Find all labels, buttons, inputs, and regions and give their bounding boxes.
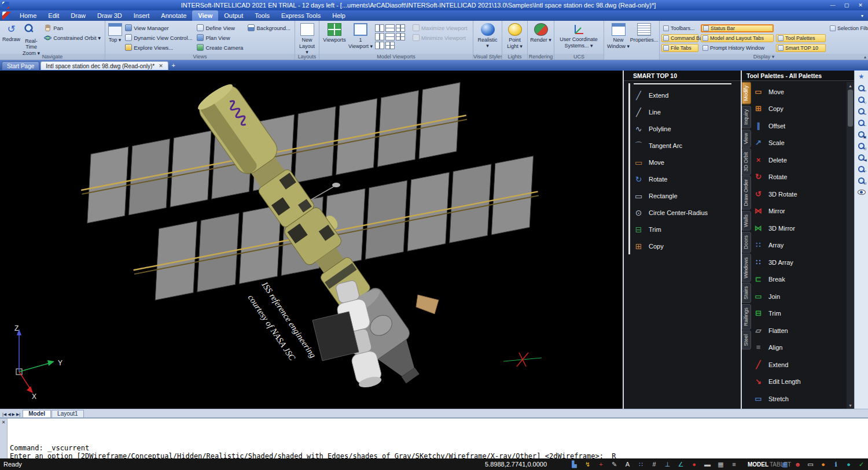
ortho-icon[interactable]: ⊥ — [663, 460, 672, 469]
background-button[interactable]: Background... — [247, 23, 292, 32]
ribbon-collapse-icon[interactable]: ▴ — [864, 54, 866, 60]
viewport-3l-button[interactable] — [375, 33, 384, 40]
zoom-extents-icon[interactable]: ⊡ — [856, 176, 867, 186]
new-document-tab-button[interactable]: + — [170, 61, 178, 69]
tool-palettes-toggle[interactable]: Tool Palettes — [776, 34, 826, 42]
minimize-button[interactable]: — — [827, 1, 838, 9]
layout-nav-arrow-icon[interactable]: ◀ — [8, 412, 10, 417]
smart-tool-item[interactable]: ⊟ Trim — [634, 221, 738, 238]
polar-icon[interactable]: ∠ — [676, 460, 685, 469]
ucs-button[interactable]: User Coordinate Systems... ▾ — [556, 23, 601, 54]
active-document-tab[interactable]: Intl space station dec 98.dwg (Read-only… — [41, 61, 168, 70]
maximize-button[interactable]: ▢ — [841, 1, 852, 9]
menu-tab[interactable]: Output — [218, 10, 249, 21]
network-icon[interactable]: ● — [819, 460, 827, 469]
status-bar-toggle[interactable]: Status Bar — [701, 24, 774, 32]
palette-tab[interactable]: Doors — [742, 232, 751, 253]
palette-tool-item[interactable]: ▭ Move — [753, 83, 845, 101]
realtime-zoom-button[interactable]: Real-Time Zoom ▾ — [21, 23, 42, 54]
smart-tool-item[interactable]: ⌒ Tangent Arc — [634, 137, 738, 154]
new-window-button[interactable]: New Window ▾ — [606, 23, 631, 54]
palette-tool-item[interactable]: × Delete — [753, 151, 845, 169]
record-icon[interactable]: ● — [690, 460, 698, 469]
palette-tab[interactable]: Railings — [742, 304, 751, 330]
grid-icon[interactable]: # — [650, 460, 659, 469]
selection-filter-button[interactable]: Selection Filter — [828, 24, 868, 32]
menu-overflow-icon[interactable]: ▾ — [858, 10, 867, 21]
palette-tool-item[interactable]: ▭ Stretch — [753, 390, 845, 408]
palette-tool-item[interactable]: ∷ Array — [753, 237, 845, 254]
palette-tool-item[interactable]: ⊞ Copy — [753, 101, 845, 118]
crosshair-icon[interactable]: + — [597, 460, 605, 469]
display-grid-icon[interactable]: ▦ — [781, 460, 789, 469]
create-camera-button[interactable]: Create Camera — [196, 43, 244, 52]
info-icon[interactable]: ℹ — [832, 460, 840, 469]
palette-tool-item[interactable]: ↻ Rotate — [753, 169, 845, 186]
palette-tool-item[interactable]: ↗ Scale — [753, 135, 845, 152]
visual-style-eye-button[interactable] — [856, 187, 867, 197]
view-manager-button[interactable]: View Manager — [124, 23, 193, 32]
smart-tool-item[interactable]: ╱ Extend — [634, 87, 738, 103]
viewport-3b-button[interactable] — [375, 42, 384, 49]
constrained-orbit-button[interactable]: Constrained Orbit ▾ — [43, 33, 102, 42]
layout-nav-arrow-icon[interactable]: ▶ — [12, 412, 15, 417]
menu-tab[interactable]: Insert — [128, 10, 156, 21]
define-view-button[interactable]: Define View — [196, 23, 244, 32]
zoom-window-icon[interactable]: ▭ — [856, 83, 867, 93]
annotation-icon[interactable]: A — [623, 460, 632, 469]
menu-tab[interactable]: Draw 3D — [91, 10, 128, 21]
palette-tool-item[interactable]: ∥ Offset — [753, 117, 845, 135]
redraw-button[interactable]: ↺ Redraw — [2, 23, 21, 54]
palette-tool-item[interactable]: ▱ Flatten — [753, 322, 845, 339]
smart-tool-item[interactable]: ▭ Rectangle — [634, 187, 738, 204]
layout-nav-arrow-icon[interactable]: ▶| — [16, 412, 20, 417]
smart-tool-item[interactable]: ⊞ Copy — [634, 238, 738, 254]
smart-tool-item[interactable]: ∿ Polyline — [634, 120, 738, 137]
palette-tab[interactable]: Inquiry — [742, 106, 751, 128]
palette-tool-item[interactable]: ↺ 3D Rotate — [753, 186, 845, 203]
smart-tool-item[interactable]: ↻ Rotate — [634, 171, 738, 187]
properties-button[interactable]: Properties... — [631, 23, 657, 54]
smart-top10-toggle[interactable]: Smart TOP 10 — [776, 44, 826, 52]
command-close-icon[interactable]: ✕ — [2, 420, 6, 425]
palette-tab[interactable]: Draw Order — [742, 176, 751, 210]
palette-tool-item[interactable]: ▭ Join — [753, 288, 845, 305]
explore-views-button[interactable]: Explore Views... — [124, 43, 193, 52]
performance-icon[interactable]: ▙ — [570, 460, 579, 469]
palette-tool-item[interactable]: ⊟ Trim — [753, 305, 845, 323]
model-viewport[interactable]: ISS reference engineering courtesy of NA… — [0, 71, 623, 409]
menu-tab[interactable]: Home — [14, 10, 42, 21]
app-menu-icon[interactable] — [2, 12, 10, 20]
menu-tab[interactable]: Edit — [42, 10, 65, 21]
new-layout-button[interactable]: New Layout ▾ — [297, 23, 317, 54]
viewports-button[interactable]: Viewports — [321, 23, 348, 54]
dynamic-ucs-icon[interactable]: ≡ — [730, 460, 738, 469]
viewport-3r-button[interactable] — [385, 33, 395, 40]
scroll-up-icon[interactable]: ▲ — [848, 82, 852, 89]
zoom-left-icon[interactable]: ◀ — [856, 153, 867, 162]
palette-tool-item[interactable]: ⋈ 3D Mirror — [753, 220, 845, 237]
smart-tool-item[interactable]: ╱ Line — [634, 103, 738, 120]
messages-icon[interactable]: ● — [844, 460, 853, 469]
scroll-down-icon[interactable]: ▼ — [848, 402, 852, 409]
menu-tab[interactable]: Annotate — [155, 10, 192, 21]
menu-tab[interactable]: Express Tools — [275, 10, 326, 21]
top-view-button[interactable]: Top ▾ — [107, 23, 123, 54]
zoom-all-icon[interactable]: ▣ — [856, 129, 867, 139]
close-button[interactable]: ✕ — [855, 1, 866, 9]
lineweight-icon[interactable]: ▬ — [703, 460, 712, 469]
user-icon[interactable]: ☻ — [793, 460, 802, 469]
pan-button[interactable]: Pan — [43, 23, 102, 32]
zoom-previous-icon[interactable]: ↶ — [856, 164, 867, 174]
prompt-history-toggle[interactable]: Prompt History Window — [701, 44, 774, 52]
command-history[interactable]: Command: _vscurrentEnter an option [2DWi… — [8, 419, 868, 458]
palette-tool-item[interactable]: ⊏ Break — [753, 271, 845, 288]
palette-tool-item[interactable]: ∷ 3D Array — [753, 254, 845, 271]
layout-nav-arrow-icon[interactable]: |◀ — [2, 412, 6, 417]
viewport-4-button[interactable] — [396, 24, 405, 32]
palette-tab[interactable]: 3D Orbit — [742, 149, 751, 175]
palette-tab[interactable]: Walls — [742, 211, 751, 231]
model-space-indicator[interactable]: MODEL — [748, 458, 768, 470]
viewport-4b-button[interactable] — [385, 42, 395, 49]
layout-tab[interactable]: Layout1 — [52, 410, 84, 417]
